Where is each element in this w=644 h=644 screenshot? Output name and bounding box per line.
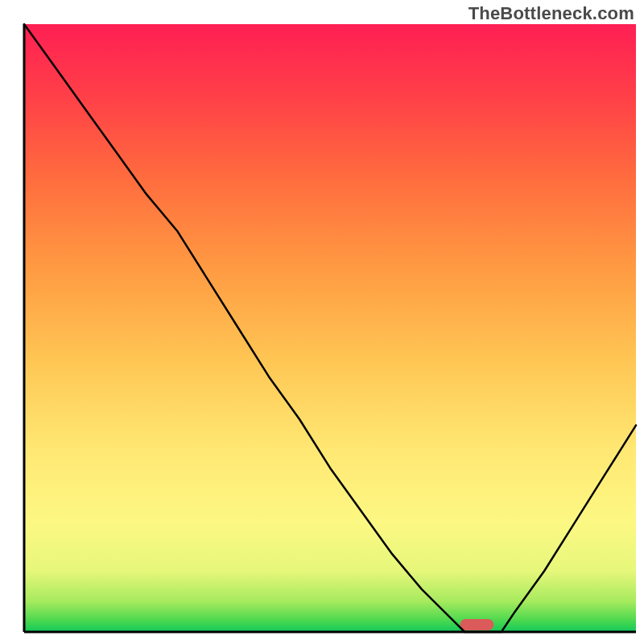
plot-area xyxy=(0,0,644,644)
chart-canvas: TheBottleneck.com xyxy=(0,0,644,644)
plot-svg xyxy=(0,0,644,644)
gradient-background xyxy=(24,24,636,632)
optimal-range-marker xyxy=(460,619,494,630)
